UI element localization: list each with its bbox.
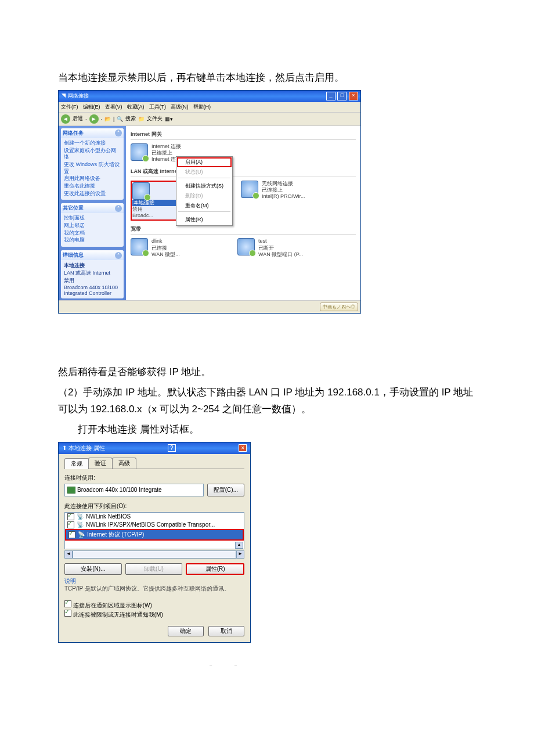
watermark: www.bdocx.com xyxy=(139,660,347,666)
menu-file[interactable]: 文件(F) xyxy=(61,103,78,111)
conn-sub: WAN 微型端口 (P... xyxy=(258,251,303,258)
conn-sub: Intel(R) PRO/Wir... xyxy=(262,193,305,200)
panel-detail-header[interactable]: 详细信息 xyxy=(63,251,84,259)
dialog-help-button[interactable]: ? xyxy=(168,444,176,452)
close-button[interactable]: × xyxy=(349,92,358,100)
dialog-titlebar[interactable]: ⬆ 本地连接 属性 ? × xyxy=(59,442,250,454)
group-lan: LAN 或高速 Internet xyxy=(131,168,356,177)
configure-button[interactable]: 配置(C)... xyxy=(207,484,244,496)
tab-bar: 常规 验证 高级 xyxy=(64,458,244,469)
chevron-icon[interactable]: ˄ xyxy=(115,205,122,212)
checkbox-icon[interactable] xyxy=(64,610,71,617)
ctx-delete[interactable]: 删除(D) xyxy=(177,191,232,201)
sidebar-enable-device[interactable]: 启用此网络设备 xyxy=(64,175,121,182)
paragraph-1: 当本地连接显示禁用以后，再右键单击本地连接，然后点击启用。 xyxy=(58,70,482,87)
panel-other-header[interactable]: 其它位置 xyxy=(63,204,84,212)
menu-view[interactable]: 查看(V) xyxy=(105,103,122,111)
install-button[interactable]: 安装(N)... xyxy=(64,563,122,575)
paragraph-3: （2）手动添加 IP 地址。默认状态下路由器 LAN 口 IP 地址为 192.… xyxy=(58,384,482,418)
h-scrollbar[interactable]: ◄ ► xyxy=(64,550,244,559)
ctx-shortcut[interactable]: 创建快捷方式(S) xyxy=(177,181,232,191)
back-icon[interactable]: ◄ xyxy=(61,114,70,124)
chevron-icon[interactable]: ˄ xyxy=(115,252,122,259)
wireless-connection-item[interactable]: 无线网络连接已连接上Intel(R) PRO/Wir... xyxy=(241,181,340,221)
scroll-right-icon[interactable]: ► xyxy=(236,550,244,559)
chevron-icon[interactable]: ˄ xyxy=(115,129,122,136)
paragraph-4: 打开本地连接 属性对话框。 xyxy=(58,422,482,438)
conn-sub: WAN 微型... xyxy=(151,251,180,258)
dlink-connection-item[interactable]: dlink已连接WAN 微型... xyxy=(131,238,229,258)
ctx-rename[interactable]: 重命名(M) xyxy=(177,201,232,211)
menu-tools[interactable]: 工具(T) xyxy=(149,103,167,111)
minimize-button[interactable]: _ xyxy=(326,92,335,100)
sidebar-control-panel[interactable]: 控制面板 xyxy=(64,215,121,222)
sidebar-new-connection[interactable]: 创建一个新的连接 xyxy=(64,140,121,147)
views-icon[interactable]: ▦▾ xyxy=(165,116,173,122)
group-broadband: 宽带 xyxy=(131,225,356,235)
sidebar: 网络任务˄ 创建一个新的连接 设置家庭或小型办公网络 更改 Windows 防火… xyxy=(59,126,126,300)
conn-status: 已连接 xyxy=(151,245,180,251)
dialog-close-button[interactable]: × xyxy=(239,444,247,452)
tab-auth[interactable]: 验证 xyxy=(88,458,113,469)
sidebar-network-places[interactable]: 网上邻居 xyxy=(64,222,121,229)
menu-edit[interactable]: 编辑(E) xyxy=(83,103,100,111)
system-tray[interactable]: 中画もノ四ヘ◎ xyxy=(320,303,358,311)
scroll-track[interactable] xyxy=(73,550,236,559)
search-icon[interactable]: 🔍 xyxy=(117,116,123,122)
sidebar-rename[interactable]: 重命名此连接 xyxy=(64,183,121,190)
ctx-status[interactable]: 状态(U) xyxy=(177,167,232,177)
panel-tasks-header[interactable]: 网络任务 xyxy=(63,129,84,137)
menu-advanced[interactable]: 高级(N) xyxy=(171,103,189,111)
test-connection-item[interactable]: test已断开WAN 微型端口 (P... xyxy=(237,238,336,258)
window-titlebar[interactable]: ◥ 网络连接 _ □ × xyxy=(59,91,360,102)
description-header: 说明 xyxy=(64,577,244,585)
scroll-up-icon[interactable]: ▲ xyxy=(235,542,243,549)
sidebar-my-docs[interactable]: 我的文档 xyxy=(64,230,121,237)
item-label: NWLink IPX/SPX/NetBIOS Compatible Transp… xyxy=(86,521,215,528)
scroll-left-icon[interactable]: ◄ xyxy=(64,550,73,559)
group-internet-gateway: Internet 网关 xyxy=(131,131,356,140)
list-item[interactable]: 📡NWLink NetBIOS xyxy=(65,513,244,521)
conn-name: Internet 连接 xyxy=(151,143,181,150)
menu-bar: 文件(F) 编辑(E) 查看(V) 收藏(A) 工具(T) 高级(N) 帮助(H… xyxy=(59,102,360,113)
notify-checkbox[interactable]: 此连接被限制或无连接时通知我(M) xyxy=(64,610,244,619)
conn-status: 已连接上 xyxy=(151,150,181,156)
tab-advanced[interactable]: 高级 xyxy=(112,458,136,469)
properties-button[interactable]: 属性(R) xyxy=(186,563,244,575)
connection-icon xyxy=(131,143,148,161)
description-text: TCP/IP 是默认的广域网协议。它提供跨越多种互联网络的通讯。 xyxy=(64,585,244,592)
paragraph-2: 然后稍待看是否能够获得 IP 地址。 xyxy=(58,364,211,381)
ctx-properties[interactable]: 属性(R) xyxy=(177,215,232,225)
checkbox-icon[interactable] xyxy=(64,600,71,607)
forward-icon[interactable]: ► xyxy=(89,114,99,124)
ok-button[interactable]: 确定 xyxy=(168,626,204,636)
window-title: 网络连接 xyxy=(68,93,89,99)
menu-help[interactable]: 帮助(H) xyxy=(193,103,211,111)
detail-line: Broadcom 440x 10/100 Integrated Controll… xyxy=(64,285,121,296)
explorer-window: ◥ 网络连接 _ □ × 文件(F) 编辑(E) 查看(V) 收藏(A) 工具(… xyxy=(58,90,361,314)
tab-general[interactable]: 常规 xyxy=(64,458,89,469)
uninstall-button: 卸载(U) xyxy=(125,563,183,575)
up-icon[interactable]: 📂 xyxy=(104,116,111,122)
list-item[interactable]: 📡NWLink IPX/SPX/NetBIOS Compatible Trans… xyxy=(65,521,244,529)
checkbox-icon[interactable] xyxy=(68,531,75,538)
sidebar-my-computer[interactable]: 我的电脑 xyxy=(64,237,121,244)
detail-line: 禁用 xyxy=(64,277,121,285)
sidebar-firewall[interactable]: 更改 Windows 防火墙设置 xyxy=(64,161,121,175)
maximize-button[interactable]: □ xyxy=(337,92,347,100)
items-listbox[interactable]: 📡NWLink NetBIOS 📡NWLink IPX/SPX/NetBIOS … xyxy=(64,512,244,549)
main-pane: Internet 网关 Internet 连接已连接上Internet 连接 L… xyxy=(126,126,360,300)
conn-name: 无线网络连接 xyxy=(262,181,305,187)
checkbox-icon[interactable] xyxy=(67,521,74,528)
menu-fav[interactable]: 收藏(A) xyxy=(127,103,145,111)
conn-name: dlink xyxy=(151,238,180,244)
connection-icon xyxy=(241,181,258,198)
list-item-tcpip[interactable]: 📡Internet 协议 (TCP/IP) xyxy=(65,529,244,541)
show-icon-checkbox[interactable]: 连接后在通知区域显示图标(W) xyxy=(64,600,244,610)
conn-name: test xyxy=(258,238,303,244)
sidebar-change-settings[interactable]: 更改此连接的设置 xyxy=(64,190,121,197)
sidebar-setup-network[interactable]: 设置家庭或小型办公网络 xyxy=(64,147,121,161)
cancel-button[interactable]: 取消 xyxy=(208,626,244,636)
ctx-enable[interactable]: 启用(A) xyxy=(177,157,232,167)
folders-icon[interactable]: 📁 xyxy=(138,116,145,122)
